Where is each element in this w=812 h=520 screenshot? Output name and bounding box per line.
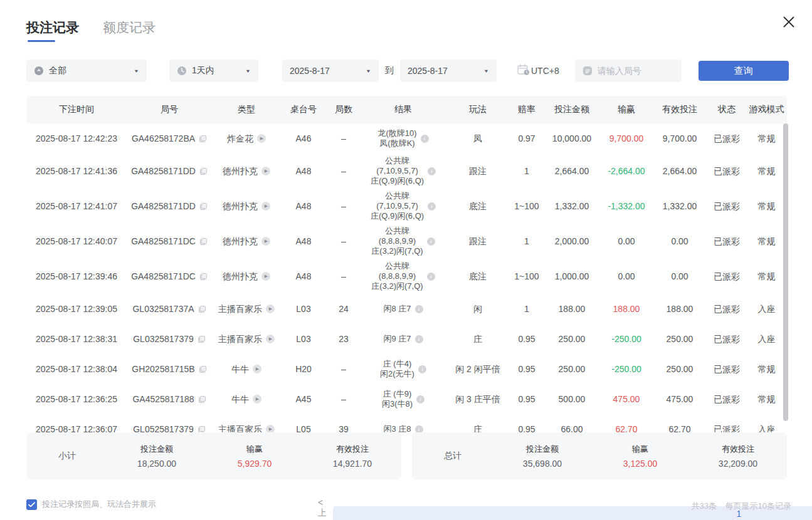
time-range-value: 1天内 (192, 65, 214, 76)
per-page-count: 每页显示10条记录 (725, 501, 791, 511)
play-video-icon[interactable]: ▶ (261, 202, 270, 211)
copy-icon[interactable] (199, 202, 208, 211)
table-row: 2025-08-17 12:42:23 GA46258172BA 炸金花 ▶ A… (26, 123, 787, 153)
column-header-7: 赔率 (510, 104, 543, 115)
subtotal-winloss: 输赢 5,929.70 (206, 444, 303, 469)
status-badge: 已派彩 (707, 392, 746, 407)
merge-label: 投注记录按照局、玩法合并展示 (42, 499, 156, 510)
round-number-input[interactable] (598, 66, 673, 76)
play-video-icon[interactable]: ▶ (261, 237, 270, 246)
status-badge: 已派彩 (707, 199, 746, 214)
category-icon (34, 66, 44, 76)
chevron-down-icon: ▼ (134, 68, 139, 74)
copy-icon[interactable] (199, 167, 208, 175)
total-title: 总计 (412, 450, 493, 462)
column-header-1: 局号 (127, 104, 212, 115)
total-bet: 投注金额 35,698.00 (493, 444, 591, 469)
time-range-dropdown[interactable]: 1天内 ▼ (169, 60, 258, 82)
total-count: 共33条 (691, 501, 716, 511)
info-icon[interactable]: i (415, 335, 423, 343)
table-row: 2025-08-17 12:39:05 GL032581737A 主播百家乐 ▶… (26, 294, 787, 324)
status-badge: 已派彩 (707, 131, 746, 147)
subtotal-bet: 投注金额 18,250.00 (108, 444, 206, 469)
date-from-dropdown[interactable]: 2025-8-17 ▼ (282, 60, 379, 82)
total-winloss: 输赢 3,125.00 (591, 444, 689, 469)
merge-checkbox[interactable] (26, 499, 37, 510)
tab-quota-records[interactable]: 额度记录 (103, 19, 156, 42)
play-video-icon[interactable]: ▶ (261, 167, 270, 175)
table-body: 2025-08-17 12:42:23 GA46258172BA 炸金花 ▶ A… (26, 123, 787, 444)
tab-betting-records[interactable]: 投注记录 (26, 19, 79, 42)
copy-icon[interactable] (198, 335, 206, 343)
category-dropdown[interactable]: 全部 ▼ (26, 60, 147, 82)
clock-icon (177, 66, 187, 76)
to-label: 到 (385, 65, 394, 76)
category-value: 全部 (49, 65, 66, 76)
date-to-dropdown[interactable]: 2025-8-17 ▼ (400, 60, 497, 82)
filter-bar: 全部 ▼ 1天内 ▼ 2025-8-17 ▼ 到 2025-8-17 ▼ UTC… (26, 60, 789, 82)
copy-icon[interactable] (198, 305, 206, 313)
record-count-info: 共33条 每页显示10条记录 (685, 501, 791, 512)
total-card: 总计 投注金额 35,698.00 输赢 3,125.00 有效投注 32,20… (412, 432, 787, 480)
subtotal-valid: 有效投注 14,921.70 (303, 444, 401, 469)
info-icon[interactable]: i (415, 305, 423, 313)
table-row: 2025-08-17 12:36:25 GA4525817188 牛牛 ▶ A4… (26, 384, 787, 414)
timezone-label: UTC+8 (531, 66, 559, 76)
date-to-value: 2025-8-17 (408, 66, 448, 76)
round-form-icon (583, 66, 593, 76)
copy-icon[interactable] (199, 365, 207, 373)
table-row: 2025-08-17 12:41:07 GA48258171DD 德州扑克 ▶ … (26, 189, 787, 224)
info-icon[interactable]: i (421, 135, 429, 143)
search-button[interactable]: 查询 (699, 61, 789, 81)
play-video-icon[interactable]: ▶ (253, 365, 261, 373)
column-header-2: 类型 (212, 104, 281, 115)
play-video-icon[interactable]: ▶ (261, 272, 270, 281)
info-icon[interactable]: i (428, 202, 436, 211)
copy-icon[interactable] (199, 237, 208, 246)
status-badge: 已派彩 (707, 331, 746, 347)
copy-icon[interactable] (199, 273, 208, 281)
play-video-icon[interactable]: ▶ (266, 335, 275, 343)
column-header-12: 游戏模式 (746, 104, 787, 115)
merge-option: 投注记录按照局、玩法合并展示 (26, 499, 156, 510)
copy-icon[interactable] (199, 135, 207, 143)
table-row: 2025-08-17 12:38:04 GH202581715B 牛牛 ▶ H2… (26, 354, 787, 384)
column-header-8: 投注金额 (543, 104, 601, 115)
status-badge: 已派彩 (707, 234, 746, 249)
info-icon[interactable]: i (418, 365, 426, 373)
column-header-11: 状态 (707, 104, 746, 115)
info-icon[interactable]: i (427, 273, 435, 281)
chevron-down-icon: ▼ (366, 68, 371, 74)
subtotal-card: 小计 投注金额 18,250.00 输赢 5,929.70 有效投注 14,92… (26, 432, 401, 480)
column-header-10: 有效投注 (652, 104, 707, 115)
status-badge: 已派彩 (707, 301, 746, 317)
prev-page-button[interactable]: < 上页 (318, 497, 327, 520)
info-icon[interactable]: i (427, 237, 435, 246)
play-video-icon[interactable]: ▶ (257, 134, 266, 143)
column-header-3: 桌台号 (281, 104, 326, 115)
records-table: 下注时间局号类型桌台号局数结果玩法赔率投注金额输赢有效投注状态游戏模式 2025… (26, 96, 787, 444)
close-icon[interactable] (782, 15, 796, 29)
info-icon[interactable]: i (428, 167, 436, 175)
copy-icon[interactable] (198, 395, 206, 403)
play-video-icon[interactable]: ▶ (266, 304, 275, 313)
calendar-clock-icon (517, 64, 530, 78)
status-badge: 已派彩 (707, 269, 746, 284)
timezone-indicator: UTC+8 (517, 64, 559, 78)
chevron-down-icon: ▼ (245, 68, 251, 74)
vertical-scrollbar[interactable] (783, 123, 788, 421)
column-header-9: 输赢 (601, 104, 652, 115)
table-header: 下注时间局号类型桌台号局数结果玩法赔率投注金额输赢有效投注状态游戏模式 (26, 96, 787, 123)
betting-records-modal: 投注记录 额度记录 全部 ▼ 1天内 ▼ 2025-8-17 ▼ 到 2025-… (1, 0, 812, 16)
table-row: 2025-08-17 12:40:07 GA48258171DC 德州扑克 ▶ … (26, 224, 787, 259)
tab-bar: 投注记录 额度记录 (26, 19, 156, 42)
column-header-4: 局数 (326, 104, 361, 115)
column-header-5: 结果 (361, 104, 445, 115)
play-video-icon[interactable]: ▶ (253, 395, 261, 403)
chevron-down-icon: ▼ (483, 68, 489, 74)
status-badge: 已派彩 (707, 164, 746, 179)
table-row: 2025-08-17 12:39:46 GA48258171DC 德州扑克 ▶ … (26, 259, 787, 294)
column-header-0: 下注时间 (26, 104, 127, 115)
subtotal-title: 小计 (26, 450, 108, 462)
info-icon[interactable]: i (416, 395, 424, 403)
